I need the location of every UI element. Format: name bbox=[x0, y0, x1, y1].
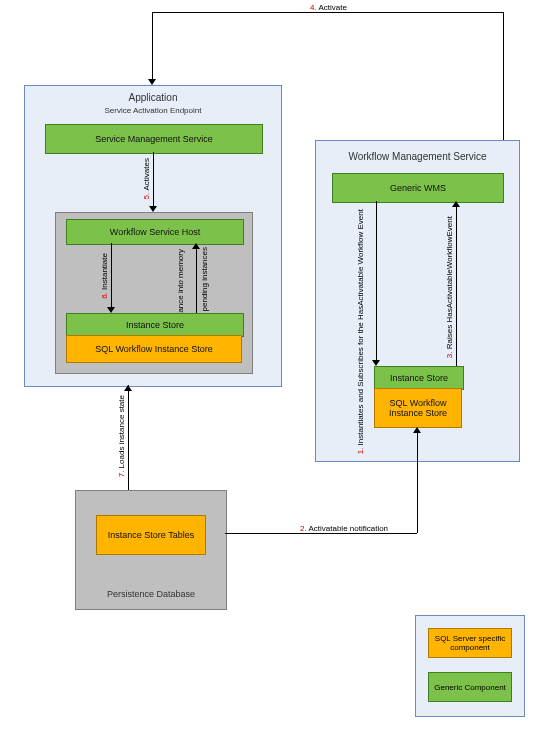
app-instance-store-box: Instance Store bbox=[66, 313, 244, 337]
application-subtitle: Service Activation Endpoint bbox=[25, 106, 281, 115]
instance-store-tables-box: Instance Store Tables bbox=[96, 515, 206, 555]
arrow-2-vline bbox=[417, 433, 418, 533]
app-sql-workflow-instance-store-box: SQL Workflow Instance Store bbox=[66, 335, 242, 363]
service-management-service-box: Service Management Service bbox=[45, 124, 263, 154]
legend-generic-label: Generic Component bbox=[434, 683, 506, 692]
generic-wms-box: Generic WMS bbox=[332, 173, 504, 203]
arrow-6-text: Instantiate bbox=[100, 253, 109, 290]
app-sql-workflow-instance-store-label: SQL Workflow Instance Store bbox=[95, 344, 213, 354]
service-management-service-label: Service Management Service bbox=[95, 134, 213, 144]
app-instance-store-label: Instance Store bbox=[126, 320, 184, 330]
arrow-7-text: Loads instance state bbox=[117, 395, 126, 468]
arrow-3-text: Raises HasActivatableWorkflowEvent bbox=[445, 216, 454, 349]
persistence-database-container: Instance Store Tables Persistence Databa… bbox=[75, 490, 227, 610]
arrow-6-line bbox=[111, 243, 112, 307]
application-container: Application Service Activation Endpoint … bbox=[24, 85, 282, 387]
arrow-7-num: 7. bbox=[117, 471, 126, 478]
persistence-database-title: Persistence Database bbox=[76, 589, 226, 599]
wms-instance-store-label: Instance Store bbox=[390, 373, 448, 383]
arrow-5-line bbox=[153, 152, 154, 206]
arrow-7-line bbox=[128, 385, 129, 490]
arrow-1-num: 1. bbox=[356, 448, 365, 455]
arrow-7-label: 7. Loads instance state bbox=[117, 395, 126, 477]
arrow-6-label: 6. Instantiate bbox=[100, 253, 109, 299]
arrow-4-vline-right bbox=[503, 12, 504, 140]
arrow-3-label: 3. Raises HasActivatableWorkflowEvent bbox=[445, 216, 454, 358]
arrow-1-text: Instantiates and Subscribes for the HasA… bbox=[356, 209, 365, 445]
arrow-2-head bbox=[413, 427, 421, 433]
legend-container: SQL Server specific component Generic Co… bbox=[415, 615, 525, 717]
legend-sql-label: SQL Server specific component bbox=[433, 634, 507, 652]
arrow-2-hline bbox=[225, 533, 417, 534]
arrow-5-num: 5. bbox=[142, 193, 151, 200]
arrow-6-num: 6. bbox=[100, 292, 109, 299]
generic-wms-label: Generic WMS bbox=[390, 183, 446, 193]
arrow-3-line bbox=[456, 207, 457, 366]
arrow-1-label: 1. Instantiates and Subscribes for the H… bbox=[356, 209, 365, 454]
arrow-3-num: 3. bbox=[445, 351, 454, 358]
arrow-4-vline-left bbox=[152, 12, 153, 79]
wms-instance-store-box: Instance Store bbox=[374, 366, 464, 390]
service-host-container: Workflow Service Host 6. Instantiate 8. … bbox=[55, 212, 253, 374]
arrow-2-text: Activatable notification bbox=[308, 524, 388, 533]
legend-sql-box: SQL Server specific component bbox=[428, 628, 512, 658]
arrow-4-num: 4. bbox=[310, 3, 317, 12]
arrow-4-text: Activate bbox=[318, 3, 346, 12]
arrow-3-head bbox=[452, 201, 460, 207]
arrow-4-head bbox=[148, 79, 156, 85]
instance-store-tables-label: Instance Store Tables bbox=[108, 530, 194, 540]
wms-container: Workflow Management Service Generic WMS … bbox=[315, 140, 520, 462]
arrow-8-head bbox=[192, 243, 200, 249]
arrow-2-num: 2. bbox=[300, 524, 307, 533]
arrow-5-text: Activates bbox=[142, 158, 151, 190]
arrow-2-label: 2. Activatable notification bbox=[300, 524, 388, 533]
wms-title: Workflow Management Service bbox=[316, 151, 519, 162]
workflow-service-host-box: Workflow Service Host bbox=[66, 219, 244, 245]
arrow-5-label: 5. Activates bbox=[142, 158, 151, 199]
diagram-stage: Application Service Activation Endpoint … bbox=[0, 0, 534, 729]
arrow-4-label: 4. Activate bbox=[310, 3, 347, 12]
arrow-4-hline bbox=[152, 12, 504, 13]
arrow-1-line bbox=[376, 201, 377, 360]
arrow-8-line bbox=[196, 249, 197, 313]
workflow-service-host-label: Workflow Service Host bbox=[110, 227, 200, 237]
application-title: Application bbox=[25, 92, 281, 103]
legend-generic-box: Generic Component bbox=[428, 672, 512, 702]
wms-sql-workflow-instance-store-box: SQL Workflow Instance Store bbox=[374, 388, 462, 428]
wms-sql-workflow-instance-store-label: SQL Workflow Instance Store bbox=[379, 398, 457, 418]
arrow-7-head bbox=[124, 385, 132, 391]
